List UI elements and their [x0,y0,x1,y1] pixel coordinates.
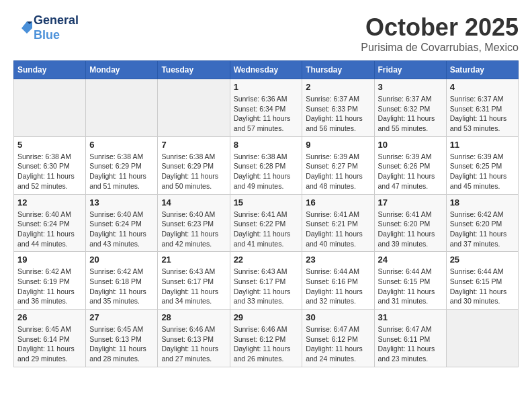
weekday-header: Friday [374,61,446,79]
calendar-week-row: 26Sunrise: 6:45 AMSunset: 6:14 PMDayligh… [14,310,519,367]
day-number: 7 [161,140,226,150]
day-number: 3 [378,82,443,92]
day-info: Sunrise: 6:44 AMSunset: 6:16 PMDaylight:… [306,267,370,306]
day-number: 15 [234,197,299,208]
day-number: 24 [378,255,443,265]
calendar-week-row: 1Sunrise: 6:36 AMSunset: 6:34 PMDaylight… [14,79,519,137]
day-info: Sunrise: 6:38 AMSunset: 6:28 PMDaylight:… [234,152,299,191]
calendar-cell: 27Sunrise: 6:45 AMSunset: 6:13 PMDayligh… [86,310,158,367]
day-number: 14 [161,197,226,208]
day-number: 22 [234,255,299,265]
day-number: 13 [89,197,154,208]
weekday-header: Thursday [302,61,374,79]
calendar-cell: 12Sunrise: 6:40 AMSunset: 6:24 PMDayligh… [14,194,86,252]
day-info: Sunrise: 6:40 AMSunset: 6:24 PMDaylight:… [17,210,82,249]
title-block: October 2025 Purisima de Covarrubias, Me… [361,13,519,54]
calendar-cell: 16Sunrise: 6:41 AMSunset: 6:21 PMDayligh… [302,194,374,252]
day-number: 9 [306,140,370,150]
day-info: Sunrise: 6:40 AMSunset: 6:23 PMDaylight:… [161,210,226,249]
day-number: 10 [378,140,443,150]
day-number: 25 [450,255,515,265]
calendar-week-row: 19Sunrise: 6:42 AMSunset: 6:19 PMDayligh… [14,252,519,310]
day-number: 4 [450,82,515,92]
day-info: Sunrise: 6:42 AMSunset: 6:18 PMDaylight:… [89,267,154,306]
calendar-cell: 26Sunrise: 6:45 AMSunset: 6:14 PMDayligh… [14,310,86,367]
day-info: Sunrise: 6:41 AMSunset: 6:20 PMDaylight:… [378,210,443,249]
day-info: Sunrise: 6:40 AMSunset: 6:24 PMDaylight:… [89,210,154,249]
day-number: 30 [306,312,370,322]
day-info: Sunrise: 6:46 AMSunset: 6:13 PMDaylight:… [161,324,226,364]
day-info: Sunrise: 6:39 AMSunset: 6:25 PMDaylight:… [450,152,515,191]
day-info: Sunrise: 6:38 AMSunset: 6:29 PMDaylight:… [161,152,226,191]
day-info: Sunrise: 6:43 AMSunset: 6:17 PMDaylight:… [234,267,299,306]
calendar-cell: 28Sunrise: 6:46 AMSunset: 6:13 PMDayligh… [158,310,230,367]
calendar-week-row: 5Sunrise: 6:38 AMSunset: 6:30 PMDaylight… [14,136,519,194]
location-title: Purisima de Covarrubias, Mexico [361,42,519,54]
day-number: 12 [17,197,82,208]
calendar-cell: 23Sunrise: 6:44 AMSunset: 6:16 PMDayligh… [302,252,374,310]
day-number: 28 [161,312,226,322]
day-number: 19 [17,255,82,265]
day-number: 1 [234,82,299,92]
day-number: 16 [306,197,370,208]
day-number: 17 [378,197,443,208]
day-info: Sunrise: 6:36 AMSunset: 6:34 PMDaylight:… [234,94,299,134]
calendar-cell: 3Sunrise: 6:37 AMSunset: 6:32 PMDaylight… [374,79,446,137]
calendar-cell: 15Sunrise: 6:41 AMSunset: 6:22 PMDayligh… [230,194,302,252]
day-info: Sunrise: 6:42 AMSunset: 6:19 PMDaylight:… [17,267,82,306]
calendar-week-row: 12Sunrise: 6:40 AMSunset: 6:24 PMDayligh… [14,194,519,252]
calendar-cell: 17Sunrise: 6:41 AMSunset: 6:20 PMDayligh… [374,194,446,252]
day-info: Sunrise: 6:37 AMSunset: 6:31 PMDaylight:… [450,94,515,134]
day-number: 21 [161,255,226,265]
weekday-header: Wednesday [230,61,302,79]
calendar-cell: 19Sunrise: 6:42 AMSunset: 6:19 PMDayligh… [14,252,86,310]
day-info: Sunrise: 6:39 AMSunset: 6:27 PMDaylight:… [306,152,370,191]
day-info: Sunrise: 6:47 AMSunset: 6:12 PMDaylight:… [306,324,370,364]
calendar-cell: 2Sunrise: 6:37 AMSunset: 6:33 PMDaylight… [302,79,374,137]
page-header: General Blue October 2025 Purisima de Co… [13,13,519,54]
weekday-header: Monday [86,61,158,79]
day-info: Sunrise: 6:47 AMSunset: 6:11 PMDaylight:… [378,324,443,364]
calendar-cell: 6Sunrise: 6:38 AMSunset: 6:29 PMDaylight… [86,136,158,194]
logo-icon [13,19,32,38]
month-title: October 2025 [361,13,519,42]
day-info: Sunrise: 6:46 AMSunset: 6:12 PMDaylight:… [234,324,299,364]
day-number: 11 [450,140,515,150]
day-info: Sunrise: 6:45 AMSunset: 6:13 PMDaylight:… [89,324,154,364]
weekday-header: Sunday [14,61,86,79]
day-number: 27 [89,312,154,322]
logo: General Blue [13,13,79,42]
day-info: Sunrise: 6:38 AMSunset: 6:30 PMDaylight:… [17,152,82,191]
calendar-cell: 11Sunrise: 6:39 AMSunset: 6:25 PMDayligh… [446,136,518,194]
calendar-cell [86,79,158,137]
day-number: 2 [306,82,370,92]
calendar-cell: 30Sunrise: 6:47 AMSunset: 6:12 PMDayligh… [302,310,374,367]
day-info: Sunrise: 6:37 AMSunset: 6:32 PMDaylight:… [378,94,443,134]
calendar-cell: 4Sunrise: 6:37 AMSunset: 6:31 PMDaylight… [446,79,518,137]
day-number: 6 [89,140,154,150]
calendar-cell: 20Sunrise: 6:42 AMSunset: 6:18 PMDayligh… [86,252,158,310]
calendar-cell: 9Sunrise: 6:39 AMSunset: 6:27 PMDaylight… [302,136,374,194]
day-info: Sunrise: 6:43 AMSunset: 6:17 PMDaylight:… [161,267,226,306]
calendar-cell: 7Sunrise: 6:38 AMSunset: 6:29 PMDaylight… [158,136,230,194]
day-info: Sunrise: 6:41 AMSunset: 6:21 PMDaylight:… [306,210,370,249]
day-number: 31 [378,312,443,322]
day-info: Sunrise: 6:41 AMSunset: 6:22 PMDaylight:… [234,210,299,249]
day-info: Sunrise: 6:37 AMSunset: 6:33 PMDaylight:… [306,94,370,134]
calendar-cell: 5Sunrise: 6:38 AMSunset: 6:30 PMDaylight… [14,136,86,194]
calendar-cell: 10Sunrise: 6:39 AMSunset: 6:26 PMDayligh… [374,136,446,194]
calendar-table: SundayMondayTuesdayWednesdayThursdayFrid… [13,60,519,367]
day-number: 5 [17,140,82,150]
day-info: Sunrise: 6:42 AMSunset: 6:20 PMDaylight:… [450,210,515,249]
calendar-cell: 21Sunrise: 6:43 AMSunset: 6:17 PMDayligh… [158,252,230,310]
weekday-header: Saturday [446,61,518,79]
day-number: 23 [306,255,370,265]
calendar-cell: 24Sunrise: 6:44 AMSunset: 6:15 PMDayligh… [374,252,446,310]
day-info: Sunrise: 6:44 AMSunset: 6:15 PMDaylight:… [450,267,515,306]
day-number: 8 [234,140,299,150]
calendar-cell: 29Sunrise: 6:46 AMSunset: 6:12 PMDayligh… [230,310,302,367]
day-number: 29 [234,312,299,322]
calendar-cell: 8Sunrise: 6:38 AMSunset: 6:28 PMDaylight… [230,136,302,194]
calendar-cell: 13Sunrise: 6:40 AMSunset: 6:24 PMDayligh… [86,194,158,252]
day-info: Sunrise: 6:39 AMSunset: 6:26 PMDaylight:… [378,152,443,191]
